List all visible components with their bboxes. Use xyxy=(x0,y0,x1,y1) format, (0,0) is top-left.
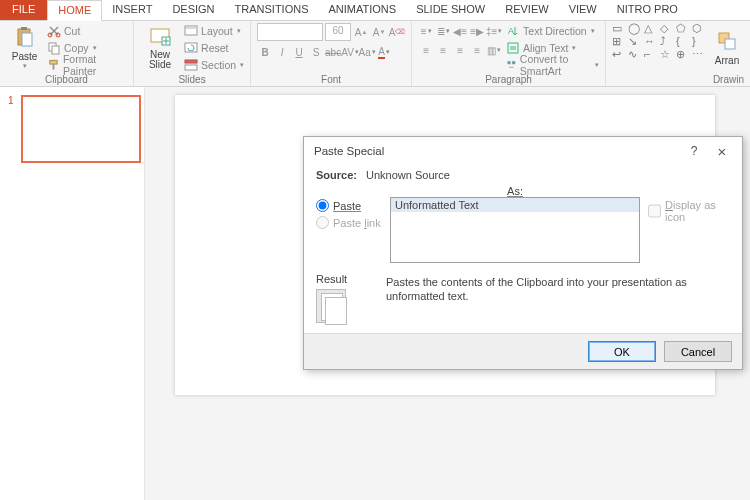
strikethrough-button[interactable]: abc xyxy=(325,44,341,60)
svg-rect-8 xyxy=(53,64,55,70)
align-right-button[interactable]: ≡ xyxy=(452,42,468,58)
tab-animations[interactable]: ANIMATIONS xyxy=(319,0,407,20)
new-slide-label: New Slide xyxy=(149,50,171,70)
font-color-button[interactable]: A▾ xyxy=(376,44,392,60)
align-center-button[interactable]: ≡ xyxy=(435,42,451,58)
cut-button[interactable]: Cut xyxy=(47,23,127,39)
align-text-icon xyxy=(506,41,520,55)
tab-nitropro[interactable]: NITRO PRO xyxy=(607,0,688,20)
paste-special-dialog: Paste Special ? × Source: Unknown Source… xyxy=(303,136,743,370)
help-button[interactable]: ? xyxy=(680,144,708,158)
ok-button[interactable]: OK xyxy=(588,341,656,362)
change-case-button[interactable]: Aa▾ xyxy=(359,44,375,60)
shadow-button[interactable]: S xyxy=(308,44,324,60)
svg-text:A: A xyxy=(508,26,514,36)
section-label: Section xyxy=(201,59,236,71)
svg-rect-12 xyxy=(186,27,196,29)
group-label-drawing: Drawin xyxy=(612,74,744,86)
source-value: Unknown Source xyxy=(366,169,450,181)
svg-rect-17 xyxy=(508,43,518,53)
group-clipboard: Paste▾ Cut Copy▾ Format Painter Clipboar… xyxy=(0,21,134,86)
tab-home[interactable]: HOME xyxy=(47,0,102,21)
new-slide-button[interactable]: New Slide xyxy=(140,23,180,71)
tab-transitions[interactable]: TRANSITIONS xyxy=(225,0,319,20)
group-slides: New Slide Layout▾ Reset Section▾ Slides xyxy=(134,21,251,86)
text-direction-label: Text Direction xyxy=(523,25,587,37)
format-painter-button[interactable]: Format Painter xyxy=(47,57,127,73)
slide-thumbnail-1[interactable] xyxy=(21,95,141,163)
tab-insert[interactable]: INSERT xyxy=(102,0,162,20)
svg-rect-19 xyxy=(512,61,515,64)
as-listbox[interactable]: Unformatted Text xyxy=(390,197,640,263)
arrange-icon xyxy=(715,29,739,53)
cancel-button[interactable]: Cancel xyxy=(664,341,732,362)
paste-radio-label: Paste xyxy=(333,200,361,212)
tab-file[interactable]: FILE xyxy=(0,0,47,20)
paste-link-radio: Paste link xyxy=(316,216,390,229)
line-spacing-button[interactable]: ‡≡▾ xyxy=(486,23,502,39)
menu-tabs: FILE HOME INSERT DESIGN TRANSITIONS ANIM… xyxy=(0,0,750,21)
tab-view[interactable]: VIEW xyxy=(559,0,607,20)
copy-icon xyxy=(47,41,61,55)
bullets-button[interactable]: ≡▾ xyxy=(418,23,434,39)
paste-button[interactable]: Paste▾ xyxy=(6,23,43,71)
dialog-titlebar[interactable]: Paste Special ? × xyxy=(304,137,742,165)
tab-design[interactable]: DESIGN xyxy=(162,0,224,20)
format-painter-icon xyxy=(47,58,60,72)
char-spacing-button[interactable]: AV▾ xyxy=(342,44,358,60)
smartart-icon xyxy=(506,58,517,72)
group-label-slides: Slides xyxy=(140,74,244,86)
reset-label: Reset xyxy=(201,42,228,54)
arrange-button[interactable]: Arran xyxy=(710,23,744,71)
close-button[interactable]: × xyxy=(708,143,736,160)
align-left-button[interactable]: ≡ xyxy=(418,42,434,58)
paste-radio-input[interactable] xyxy=(316,199,329,212)
dropdown-icon: ▾ xyxy=(23,62,27,70)
convert-smartart-button[interactable]: Convert to SmartArt▾ xyxy=(506,57,599,73)
group-label-font: Font xyxy=(257,74,405,86)
paste-label: Paste xyxy=(12,51,38,62)
as-list-item[interactable]: Unformatted Text xyxy=(391,198,639,212)
text-direction-button[interactable]: A Text Direction▾ xyxy=(506,23,599,39)
svg-rect-7 xyxy=(50,60,57,64)
bold-button[interactable]: B xyxy=(257,44,273,60)
increase-indent-button[interactable]: ≡▶ xyxy=(469,23,485,39)
layout-icon xyxy=(184,24,198,38)
shapes-gallery[interactable]: ▭◯△◇⬠⬡ ⊞↘↔⤴{} ↩∿⌐☆⊕⋯ xyxy=(612,23,706,60)
justify-button[interactable]: ≡ xyxy=(469,42,485,58)
arrange-label: Arran xyxy=(715,55,739,66)
section-icon xyxy=(184,58,198,72)
layout-button[interactable]: Layout▾ xyxy=(184,23,244,39)
section-button[interactable]: Section▾ xyxy=(184,57,244,73)
reset-button[interactable]: Reset xyxy=(184,40,244,56)
paste-link-radio-label: Paste link xyxy=(333,217,381,229)
group-paragraph: ≡▾ ≣▾ ◀≡ ≡▶ ‡≡▾ ≡ ≡ ≡ ≡ ▥▾ A Text Direct xyxy=(412,21,606,86)
cut-label: Cut xyxy=(64,25,80,37)
svg-rect-18 xyxy=(508,61,511,64)
font-size-input[interactable]: 60 xyxy=(325,23,351,41)
result-icon xyxy=(316,289,346,323)
tab-slideshow[interactable]: SLIDE SHOW xyxy=(406,0,495,20)
ribbon: Paste▾ Cut Copy▾ Format Painter Clipboar… xyxy=(0,21,750,87)
columns-button[interactable]: ▥▾ xyxy=(486,42,502,58)
display-as-icon-checkbox: Display as icon xyxy=(648,199,730,223)
clear-formatting-button[interactable]: A⌫ xyxy=(389,24,405,40)
italic-button[interactable]: I xyxy=(274,44,290,60)
source-row: Source: Unknown Source xyxy=(316,169,730,181)
slide-thumbnail-panel[interactable]: 1 xyxy=(0,87,145,500)
group-drawing: ▭◯△◇⬠⬡ ⊞↘↔⤴{} ↩∿⌐☆⊕⋯ Arran Drawin xyxy=(606,21,750,86)
dialog-title: Paste Special xyxy=(314,145,680,157)
numbering-button[interactable]: ≣▾ xyxy=(435,23,451,39)
font-family-input[interactable] xyxy=(257,23,323,41)
cut-icon xyxy=(47,24,61,38)
underline-button[interactable]: U xyxy=(291,44,307,60)
decrease-indent-button[interactable]: ◀≡ xyxy=(452,23,468,39)
increase-font-button[interactable]: A▲ xyxy=(353,24,369,40)
svg-rect-6 xyxy=(52,46,59,54)
paste-radio[interactable]: Paste xyxy=(316,199,390,212)
decrease-font-button[interactable]: A▼ xyxy=(371,24,387,40)
svg-rect-14 xyxy=(185,60,197,63)
tab-review[interactable]: REVIEW xyxy=(495,0,558,20)
svg-rect-1 xyxy=(21,27,27,30)
display-as-icon-input xyxy=(648,199,661,223)
